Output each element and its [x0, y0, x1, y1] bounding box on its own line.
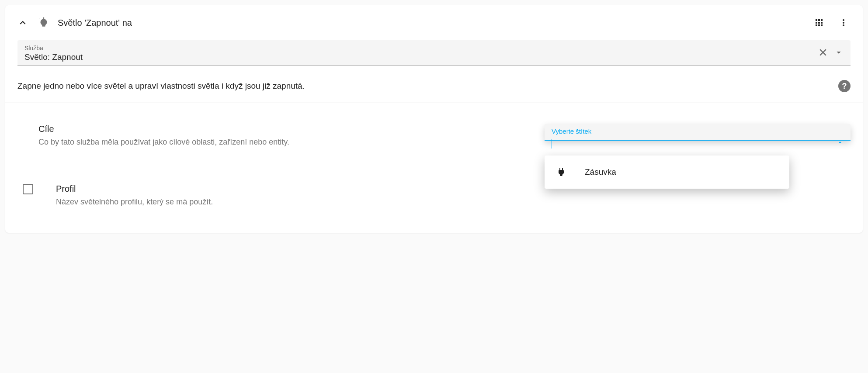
more-button[interactable]	[833, 12, 854, 33]
header-actions	[809, 12, 854, 33]
service-field-value: Světlo: Zapnout	[24, 52, 817, 62]
dropdown-item-zasuvka[interactable]: Zásuvka	[545, 159, 789, 185]
dropdown-collapse-icon[interactable]	[837, 139, 844, 148]
target-combobox[interactable]: Vyberte štítek Zásuvka	[545, 124, 851, 141]
description-section: Zapne jedno nebo více světel a upraví vl…	[5, 75, 863, 103]
targets-subtitle: Co by tato služba měla používat jako cíl…	[38, 138, 527, 147]
dropdown-service-icon[interactable]	[834, 48, 844, 59]
power-plug-icon	[555, 167, 567, 177]
target-input-label: Vyberte štítek	[552, 128, 591, 135]
profile-title: Profil	[56, 184, 527, 194]
service-section: Služba Světlo: Zapnout	[5, 40, 863, 75]
help-icon[interactable]: ?	[838, 80, 851, 92]
profile-subtitle: Název světelného profilu, který se má po…	[56, 197, 527, 207]
card-title: Světlo 'Zapnout' na	[58, 18, 809, 28]
clear-service-icon[interactable]	[817, 47, 829, 60]
targets-row: Cíle Co by tato služba měla používat jak…	[5, 103, 863, 168]
targets-title: Cíle	[38, 124, 527, 134]
profile-checkbox[interactable]	[23, 184, 33, 194]
text-caret	[552, 139, 552, 149]
service-select[interactable]: Služba Světlo: Zapnout	[17, 40, 851, 66]
dropdown-item-label: Zásuvka	[585, 167, 616, 177]
card-header: Světlo 'Zapnout' na	[5, 5, 863, 40]
action-card: Světlo 'Zapnout' na Služba Světlo: Zapno…	[5, 5, 863, 233]
target-dropdown: Zásuvka	[545, 155, 789, 189]
service-field-label: Služba	[24, 45, 817, 52]
collapse-button[interactable]	[14, 14, 31, 31]
lightbulb-icon	[35, 14, 52, 31]
apps-button[interactable]	[809, 12, 830, 33]
service-description: Zapne jedno nebo více světel a upraví vl…	[17, 81, 831, 91]
